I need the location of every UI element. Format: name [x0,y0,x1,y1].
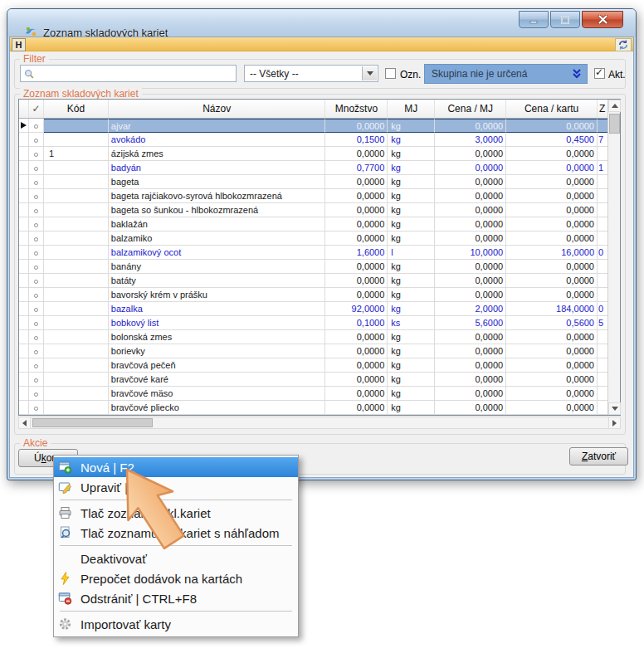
minimize-icon [529,16,539,24]
table-row[interactable]: baklažán0,0000kg0,00000,0000 [19,217,608,232]
cell-chk [29,175,44,189]
cell-num c-mnozstvo: 0,0000 [325,189,388,203]
col-header-check[interactable]: ✓ [29,100,44,118]
vertical-scroll-thumb[interactable] [609,114,620,134]
cell-num c-cena-kartu: 0,0000 [506,175,598,189]
scroll-down-button[interactable] [608,402,621,415]
menu-item[interactable]: Tlač zoznamu skl.kariet [54,503,298,523]
double-chevron-down-icon [572,68,582,80]
scroll-down-icon [612,407,618,411]
cell-ind [19,246,29,260]
table-row[interactable]: bobkový list0,1000ks5,60000,56005 [19,316,608,330]
maximize-button[interactable] [550,11,580,28]
table-row[interactable]: bageta rajčiakovo-syrová hlbokozmrazená0… [19,189,608,203]
row-status-icon [34,322,38,326]
col-header-cena-mj[interactable]: Cena / MJ [435,100,506,118]
table-row[interactable]: balzamikový ocot1,6000l10,000016,00000 [19,246,608,260]
row-status-icon [34,124,38,129]
table-row[interactable]: badyán0,7700kg0,00000,00001 [19,161,608,175]
menu-item[interactable]: Nová | F2 [54,457,298,477]
scroll-right-button[interactable] [608,417,621,429]
scroll-left-button[interactable] [18,417,31,429]
ozn-checkbox[interactable] [385,68,396,79]
category-select[interactable]: -- Všetky -- [244,65,378,82]
table-row[interactable]: batáty0,0000kg0,00000,0000 [19,274,608,288]
table-row[interactable]: bolonská zmes0,0000kg0,00000,0000 [19,330,608,344]
row-status-icon [34,223,38,227]
cell-kod [44,288,109,302]
table-row[interactable]: banány0,0000kg0,00000,0000 [19,260,608,274]
table-row[interactable]: bravčové pliecko0,0000kg0,00000,0000 [19,401,608,415]
col-header-nazov[interactable]: Názov [109,100,326,118]
col-header-mnozstvo[interactable]: Množstvo [325,100,388,118]
akt-checkbox[interactable]: ✓ [594,68,605,79]
table-row[interactable]: avokádo0,1500kg3,00000,45007 [19,133,608,147]
table-row[interactable]: ajvar0,0000kg0,00000,0000 [19,119,608,133]
cell-kod [44,119,109,133]
cell-num c-cena-mj: 0,0000 [435,344,506,358]
menu-item[interactable]: Odstrániť | CTRL+F8 [54,588,298,608]
cell-num c-mnozstvo: 0,0000 [325,232,388,246]
cell-mj: kg [388,401,435,415]
zatvorit-button[interactable]: Zatvoriť [569,447,628,465]
table-row[interactable]: borievky0,0000kg0,00000,0000 [19,344,608,358]
cell-nazov: bolonská zmes [109,330,326,344]
table-row[interactable]: bravčové karé0,0000kg0,00000,0000 [19,373,608,387]
horizontal-scrollbar[interactable] [18,417,621,429]
menu-separator [60,545,292,546]
close-button[interactable] [582,11,623,28]
menu-item[interactable]: Prepočet dodávok na kartách [54,568,298,588]
chevron-down-icon [367,71,373,76]
table-row[interactable]: 1ázijská zmes0,0000kg0,00000,0000 [19,147,608,161]
cell-ind [19,260,29,274]
menu-item[interactable]: Deaktivovať [54,548,298,568]
horizontal-scroll-thumb[interactable] [32,418,153,427]
cell-num c-mnozstvo: 0,0000 [325,330,388,344]
cell-mj: kg [388,302,435,316]
group-picker[interactable]: Skupina nie je určená [424,64,588,84]
menu-item[interactable]: Importovať karty [54,614,298,634]
table-row[interactable]: bazalka92,0000kg2,0000184,00000 [19,302,608,316]
row-status-icon [34,336,38,340]
cell-ind [19,401,29,415]
cell-nazov: avokádo [109,133,326,147]
table-row[interactable]: balzamiko0,0000kg0,00000,0000 [19,232,608,246]
category-select-value: -- Všetky -- [250,68,299,80]
cell-num c-cena-kartu: 0,0000 [506,119,598,133]
gold-toolbar [10,37,633,51]
table-row[interactable]: bavorský krém v prášku0,0000kg0,00000,00… [19,288,608,302]
search-input[interactable] [35,66,236,80]
scroll-up-button[interactable] [608,100,621,112]
cell-mj: kg [388,358,435,373]
col-header-cena-kartu[interactable]: Cena / kartu [506,100,598,118]
grid-rows: ajvar0,0000kg0,00000,0000avokádo0,1500kg… [19,119,608,415]
scroll-up-icon [612,104,618,108]
menu-item[interactable]: Tlač zoznamu skl.kariet s náhľadom [54,523,298,543]
cell-kod [44,274,109,288]
table-row[interactable]: bageta so šunkou - hlbokozmrazená0,0000k… [19,203,608,217]
menu-item[interactable]: Upraviť | F4 [54,477,298,497]
category-select-dropdown-button[interactable] [362,66,377,80]
cell-kod [44,232,109,246]
cell-chk [29,147,44,161]
row-status-icon [34,209,38,213]
col-header-mj[interactable]: MJ [388,100,435,118]
table-row[interactable]: bageta0,0000kg0,00000,0000 [19,175,608,189]
minimize-button[interactable] [519,11,549,28]
table-row[interactable]: bravčová pečeň0,0000kg0,00000,0000 [19,358,608,373]
refresh-button[interactable] [615,38,632,51]
cell-num c-cena-mj: 0,0000 [435,203,506,217]
cell-num c-mnozstvo: 0,0000 [325,119,388,133]
cell-num c-cena-kartu: 0,0000 [506,401,598,415]
cell-nazov: bazalka [109,302,326,316]
card-delete-icon [58,592,75,605]
h-toolbar-button[interactable]: H [12,38,26,51]
col-header-kod[interactable]: Kód [44,100,109,118]
menu-separator [60,611,292,612]
context-menu: Nová | F2Upraviť | F4Tlač zoznamu skl.ka… [53,455,299,637]
cell-nazov: banány [109,260,326,274]
table-row[interactable]: bravčové mäso0,0000kg0,00000,0000 [19,387,608,401]
cell-num c-cena-mj: 0,0000 [435,189,506,203]
vertical-scrollbar[interactable] [607,100,620,415]
cell-kod [44,203,109,217]
